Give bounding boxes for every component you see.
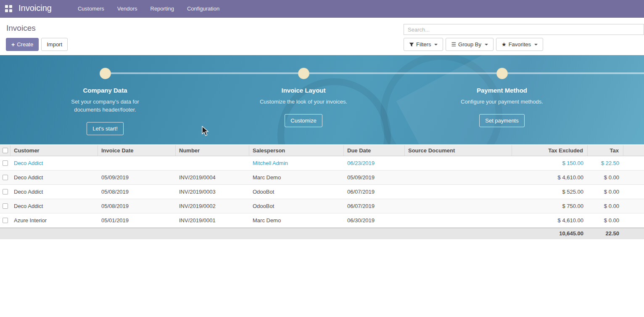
step-description: Set your company's data for documents he… [61,98,150,114]
invoices-table: Customer Invoice Date Number Salesperson… [0,145,644,239]
table-row[interactable]: Deco Addict 05/09/2019 INV/2019/0004 Mar… [0,170,644,185]
nav-item-customers[interactable]: Customers [75,4,107,13]
column-header-tax-excluded[interactable]: Tax Excluded [512,145,588,156]
cell-customer: Deco Addict [11,174,98,181]
row-select-cell [0,218,11,223]
import-button[interactable]: Import [41,38,68,51]
app-name[interactable]: Invoicing [18,3,52,13]
cell-invoice-date: 05/01/2019 [98,217,176,224]
column-header-source-document[interactable]: Source Document [405,145,512,156]
lets-start-button[interactable]: Let's start! [87,122,124,135]
row-checkbox[interactable] [3,160,8,166]
customize-button[interactable]: Customize [285,114,322,127]
cell-salesperson: OdooBot [249,203,344,209]
cell-tax: $ 22.50 [588,160,623,166]
column-header-spacer [623,145,644,156]
onboarding-progress-line [105,72,644,74]
cell-tax-excluded: $ 750.00 [512,203,588,209]
cell-tax: $ 0.00 [588,189,623,195]
cell-tax: $ 0.00 [588,174,623,181]
row-select-cell [0,203,11,209]
cell-tax: $ 0.00 [588,217,623,224]
row-checkbox[interactable] [3,175,8,180]
table-row[interactable]: Deco Addict 05/08/2019 INV/2019/0002 Odo… [0,199,644,213]
apps-grid-icon [5,5,12,12]
cell-tax-excluded: $ 4,610.00 [512,174,588,181]
cell-tax-excluded: $ 4,610.00 [512,217,588,224]
group-by-icon: ☰ [451,42,456,47]
cell-salesperson: Mitchell Admin [249,160,344,166]
set-payments-button[interactable]: Set payments [479,114,525,127]
cell-salesperson: OdooBot [249,189,344,195]
invoicing-page: Invoicing Customers Vendors Reporting Co… [0,0,644,317]
control-panel: Invoices + Create Import Filters ☰ Group… [0,18,644,55]
step-title: Company Data [46,87,164,94]
cell-customer: Deco Addict [11,203,98,209]
step-title: Invoice Layout [245,87,362,94]
cell-due-date: 05/09/2019 [344,174,405,181]
nav-item-reporting[interactable]: Reporting [148,4,177,13]
cell-invoice-date: 05/08/2019 [98,203,176,209]
table-row[interactable]: Deco Addict 05/08/2019 INV/2019/0003 Odo… [0,185,644,199]
cell-number: INV/2019/0003 [176,189,249,195]
onboarding-banner: Company Data Set your company's data for… [0,55,644,144]
cell-invoice-date: 05/08/2019 [98,189,176,195]
filters-button[interactable]: Filters [404,38,443,51]
column-header-salesperson[interactable]: Salesperson [249,145,344,156]
apps-menu-button[interactable] [0,0,17,18]
row-checkbox[interactable] [3,218,8,223]
table-row[interactable]: Azure Interior 05/01/2019 INV/2019/0001 … [0,213,644,228]
column-header-number[interactable]: Number [176,145,249,156]
star-icon: ★ [501,42,507,47]
favorites-label: Favorites [509,41,531,48]
cell-due-date: 06/30/2019 [344,217,405,224]
group-by-label: Group By [458,41,481,48]
create-button-label: Create [17,41,33,48]
action-buttons: + Create Import [6,38,68,51]
cell-number: INV/2019/0001 [176,217,249,224]
onboarding-step-company-data: Company Data Set your company's data for… [46,81,164,135]
step-description: Customize the look of your invoices. [259,98,348,106]
footer-tax-total: 22.50 [588,230,623,237]
column-header-due-date[interactable]: Due Date [344,145,405,156]
caret-down-icon [534,44,538,45]
onboarding-step-invoice-layout: Invoice Layout Customize the look of you… [245,81,362,127]
cell-due-date: 06/23/2019 [344,160,405,166]
row-select-cell [0,175,11,180]
cell-number: INV/2019/0004 [176,174,249,181]
row-checkbox[interactable] [3,189,8,194]
cell-salesperson: Marc Demo [249,174,344,181]
select-all-checkbox[interactable] [3,148,8,153]
step-dot-payment-method [496,68,508,79]
row-checkbox[interactable] [3,203,8,209]
nav-item-configuration[interactable]: Configuration [185,4,222,13]
search-options: Filters ☰ Group By ★ Favorites [404,38,543,51]
top-bar: Invoicing Customers Vendors Reporting Co… [0,0,644,18]
favorites-button[interactable]: ★ Favorites [496,38,543,51]
column-header-tax[interactable]: Tax [588,145,623,156]
top-nav: Customers Vendors Reporting Configuratio… [75,4,222,13]
cell-due-date: 06/07/2019 [344,203,405,209]
page-title: Invoices [6,24,36,33]
cell-number: INV/2019/0002 [176,203,249,209]
caret-down-icon [485,44,488,45]
step-dot-company-data [100,68,111,79]
table-footer-row: 10,645.00 22.50 [0,228,644,239]
table-row[interactable]: Deco Addict Mitchell Admin 06/23/2019 $ … [0,156,644,170]
search-input[interactable] [404,24,644,35]
row-select-cell [0,160,11,166]
nav-item-vendors[interactable]: Vendors [115,4,140,13]
cell-customer: Deco Addict [11,189,98,195]
filters-label: Filters [416,41,431,48]
create-button[interactable]: + Create [6,38,39,51]
cell-invoice-date: 05/09/2019 [98,174,176,181]
column-header-customer[interactable]: Customer [11,145,98,156]
caret-down-icon [434,44,438,45]
funnel-icon [409,42,414,47]
column-header-invoice-date[interactable]: Invoice Date [98,145,176,156]
group-by-button[interactable]: ☰ Group By [446,38,494,51]
step-description: Configure your payment methods. [457,98,546,106]
cell-customer: Deco Addict [11,160,98,166]
cell-salesperson: Marc Demo [249,217,344,224]
select-all-cell [0,145,11,156]
